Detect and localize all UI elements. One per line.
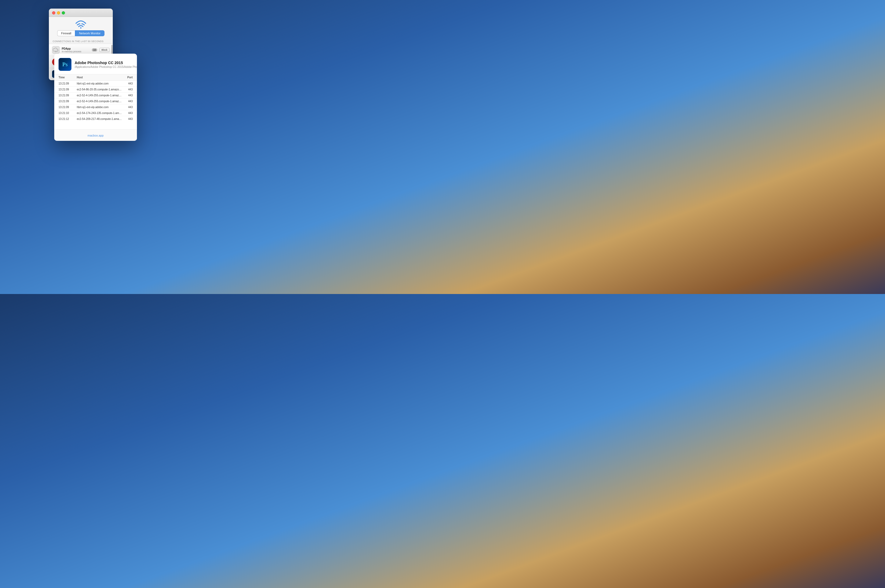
tab-bar: Firewall Network Monitor xyxy=(49,30,113,38)
pdapp-name: PDApp xyxy=(62,47,90,50)
pdapp-count: 18 xyxy=(92,48,97,51)
cell-port: 443 xyxy=(122,82,132,85)
window-titlebar xyxy=(49,9,113,17)
detail-app-name: Adobe Photoshop CC 2015 xyxy=(75,61,137,65)
table-row: 13:21:12 ec2-54-209-217-48.compute-1.ama… xyxy=(54,116,137,122)
cell-time: 13:21:09 xyxy=(59,94,77,97)
cell-port: 443 xyxy=(122,112,132,114)
pdapp-path: In-memory process xyxy=(62,50,90,53)
cell-host: ec2-54-174-243-135.compute-1.amazonaws..… xyxy=(77,112,122,114)
cell-host: ec2-54-209-217-48.compute-1.amazonaws...… xyxy=(77,117,122,120)
cloud-icon xyxy=(53,48,59,52)
table-row: 13:21:09 hbrt-sj1-ext-vip.adobe.com 443 xyxy=(54,104,137,110)
minimize-button[interactable] xyxy=(57,11,60,15)
svg-point-0 xyxy=(80,27,81,29)
table-row: 13:21:10 ec2-54-174-243-135.compute-1.am… xyxy=(54,110,137,116)
tab-firewall[interactable]: Firewall xyxy=(57,30,75,36)
detail-header: Ps Adobe Photoshop CC 2015 /Applications… xyxy=(54,54,137,74)
cell-time: 13:21:09 xyxy=(59,100,77,103)
table-row: 13:21:09 hbrt-sj1-ext-vip.adobe.com 443 xyxy=(54,81,137,87)
cell-time: 13:21:09 xyxy=(59,106,77,109)
wifi-icon-container xyxy=(49,17,113,30)
cell-host: ec2-52-4-149-255.compute-1.amazonaws.c..… xyxy=(77,100,122,103)
table-row: 13:21:09 ec2-52-4-149-255.compute-1.amaz… xyxy=(54,93,137,99)
cell-host: ec2-52-4-149-255.compute-1.amazonaws.c..… xyxy=(77,94,122,97)
connection-table: Time Host Port 13:21:09 hbrt-sj1-ext-vip… xyxy=(54,74,137,122)
svg-point-2 xyxy=(56,51,56,52)
photoshop-icon-large: Ps xyxy=(59,58,71,71)
connections-label: CONNECTIONS IN THE LAST 50 SECONDS xyxy=(49,38,113,44)
cell-port: 443 xyxy=(122,100,132,103)
cell-time: 13:21:09 xyxy=(59,82,77,85)
svg-rect-1 xyxy=(80,23,81,24)
cell-time: 13:21:09 xyxy=(59,88,77,91)
tab-network-monitor[interactable]: Network Monitor xyxy=(75,30,104,36)
cell-host: hbrt-sj1-ext-vip.adobe.com xyxy=(77,82,122,85)
col-header-port: Port xyxy=(122,76,132,79)
cell-port: 443 xyxy=(122,117,132,120)
col-header-host: Host xyxy=(77,76,122,79)
pdapp-block-button[interactable]: Block xyxy=(99,48,110,52)
detail-spacer xyxy=(54,122,137,129)
cell-time: 13:21:12 xyxy=(59,117,77,120)
col-header-time: Time xyxy=(59,76,77,79)
cell-host: hbrt-sj1-ext-vip.adobe.com xyxy=(77,106,122,109)
ps-icon-text: Ps xyxy=(62,62,68,68)
detail-window: Ps Adobe Photoshop CC 2015 /Applications… xyxy=(54,54,137,141)
pdapp-icon xyxy=(52,46,60,54)
cell-port: 443 xyxy=(122,88,132,91)
detail-footer: macbox.app xyxy=(54,129,137,141)
cell-port: 443 xyxy=(122,94,132,97)
cell-port: 443 xyxy=(122,106,132,109)
close-button[interactable] xyxy=(52,11,55,15)
cell-time: 13:21:10 xyxy=(59,112,77,114)
maximize-button[interactable] xyxy=(62,11,65,15)
table-header-row: Time Host Port xyxy=(54,74,137,81)
cell-host: ec2-54-86-20-35.compute-1.amazonaws.com xyxy=(77,88,122,91)
detail-app-path: /Applications/Adobe Photoshop CC 2015/Ad… xyxy=(75,66,137,68)
wifi-icon xyxy=(75,19,87,29)
pdapp-info: PDApp In-memory process xyxy=(62,47,90,53)
table-row: 13:21:09 ec2-52-4-149-255.compute-1.amaz… xyxy=(54,99,137,104)
table-row: 13:21:09 ec2-54-86-20-35.compute-1.amazo… xyxy=(54,87,137,93)
macbox-link[interactable]: macbox.app xyxy=(87,134,104,137)
detail-app-info: Adobe Photoshop CC 2015 /Applications/Ad… xyxy=(75,61,137,68)
